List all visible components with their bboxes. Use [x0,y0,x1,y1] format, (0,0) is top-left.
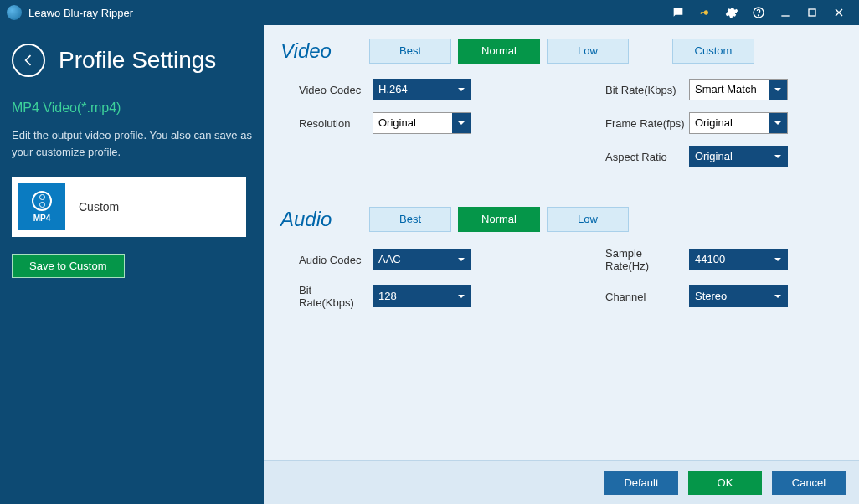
titlebar: Leawo Blu-ray Ripper [0,0,859,25]
page-title: Profile Settings [59,47,216,74]
minimize-icon[interactable] [772,0,799,25]
save-to-custom-button[interactable]: Save to Custom [12,254,125,278]
video-bitrate-select[interactable]: Smart Match [689,79,788,100]
audio-preset-best[interactable]: Best [369,207,451,232]
ok-button[interactable]: OK [688,471,762,495]
settings-icon[interactable] [718,0,745,25]
chat-icon[interactable] [665,0,692,25]
audio-section-title: Audio [280,208,369,231]
chevron-down-icon [769,113,787,133]
profile-card[interactable]: MP4 Custom [12,177,246,237]
chevron-down-icon [769,249,787,270]
video-bitrate-label: Bit Rate(Kbps) [605,84,686,96]
resolution-label: Resolution [299,117,369,130]
footer: Default OK Cancel [264,460,859,504]
close-icon[interactable] [826,0,852,25]
video-panel: Video Best Normal Low Custom Video Codec… [264,25,859,193]
video-preset-custom[interactable]: Custom [672,39,754,64]
profile-description: Edit the output video profile. You also … [12,127,252,160]
video-preset-normal[interactable]: Normal [458,39,540,64]
video-preset-best[interactable]: Best [369,39,451,64]
profile-card-label: Custom [79,200,119,213]
key-icon[interactable] [692,0,718,25]
profile-name: MP4 Video(*.mp4) [12,100,252,116]
chevron-down-icon [769,80,787,100]
mp4-file-icon: MP4 [18,183,65,230]
chevron-down-icon [452,286,471,306]
chevron-down-icon [769,286,787,306]
audio-preset-low[interactable]: Low [547,207,629,232]
chevron-down-icon [452,249,471,270]
video-codec-select[interactable]: H.264 [373,79,471,100]
maximize-icon[interactable] [799,0,826,25]
svg-rect-3 [809,9,815,16]
resolution-select[interactable]: Original [373,112,471,134]
back-button[interactable] [12,44,45,77]
audio-bitrate-label: Bit Rate(Kbps) [299,284,369,309]
app-title: Leawo Blu-ray Ripper [28,7,133,19]
video-section-title: Video [280,39,369,63]
audio-codec-select[interactable]: AAC [373,249,471,270]
frame-rate-label: Frame Rate(fps) [605,117,686,130]
format-badge: MP4 [33,213,51,223]
audio-bitrate-select[interactable]: 128 [373,285,471,307]
default-button[interactable]: Default [604,471,678,495]
channel-select[interactable]: Stereo [689,285,788,307]
cancel-button[interactable]: Cancel [772,471,846,495]
sample-rate-select[interactable]: 44100 [689,249,788,270]
video-codec-label: Video Codec [299,84,369,96]
chevron-down-icon [769,147,787,167]
chevron-down-icon [452,80,471,100]
chevron-down-icon [452,113,471,133]
app-logo [7,5,22,20]
audio-preset-normal[interactable]: Normal [458,207,540,232]
aspect-ratio-select[interactable]: Original [689,146,788,167]
sample-rate-label: Sample Rate(Hz) [605,247,686,272]
content-area: Video Best Normal Low Custom Video Codec… [264,25,859,504]
audio-panel: Audio Best Normal Low Audio Codec AAC Sa… [264,193,859,334]
help-icon[interactable] [745,0,772,25]
channel-label: Channel [605,291,686,303]
audio-codec-label: Audio Codec [299,254,369,266]
frame-rate-select[interactable]: Original [689,112,788,134]
sidebar: Profile Settings MP4 Video(*.mp4) Edit t… [0,25,264,504]
aspect-ratio-label: Aspect Ratio [605,151,686,163]
video-preset-low[interactable]: Low [547,39,629,64]
svg-point-1 [758,15,759,16]
